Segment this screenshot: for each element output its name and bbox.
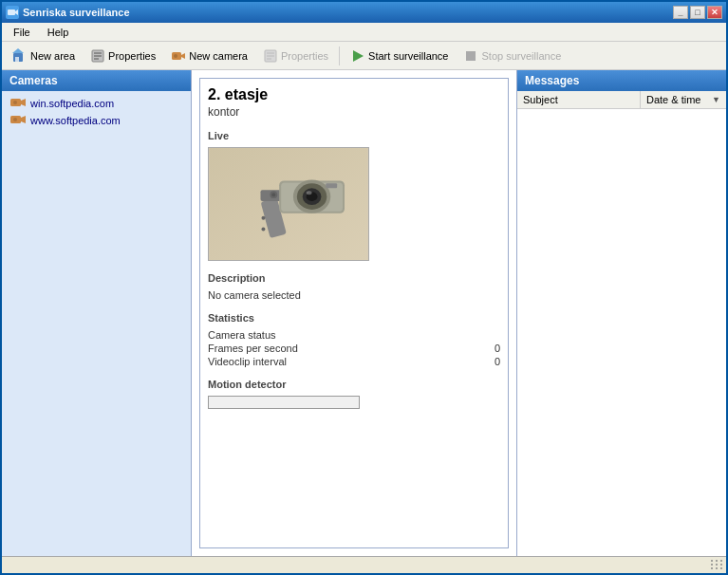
toolbar: New area Properties [2, 42, 726, 70]
statistics-section: Statistics Camera status Frames per seco… [208, 312, 500, 367]
cameras-panel: Cameras win.softpedia.com [2, 70, 192, 556]
description-label: Description [208, 272, 500, 284]
svg-marker-3 [12, 48, 24, 53]
camera-item-www[interactable]: www.softpedia.com [6, 112, 187, 129]
camera-image [209, 148, 368, 260]
menu-help[interactable]: Help [40, 25, 77, 40]
stat-camera-status-label: Camera status [208, 329, 276, 341]
description-text: No camera selected [208, 289, 500, 301]
motion-bar [208, 396, 360, 409]
col-date-sort-icon[interactable]: ▼ [712, 95, 720, 104]
camera-item-label-1: win.softpedia.com [30, 98, 114, 109]
stat-camera-status-value [481, 329, 500, 341]
svg-marker-22 [21, 116, 26, 123]
stat-fps-value: 0 [481, 343, 500, 354]
svg-rect-35 [326, 183, 337, 188]
svg-point-39 [261, 228, 265, 232]
svg-point-11 [174, 54, 177, 58]
center-panel: 2. etasje kontor Live [192, 70, 517, 556]
properties-camera-button[interactable]: Properties [256, 45, 335, 67]
properties-camera-label: Properties [281, 50, 328, 62]
svg-marker-10 [181, 53, 185, 59]
minimize-button[interactable]: _ [673, 6, 688, 19]
menu-file[interactable]: File [6, 25, 38, 40]
svg-rect-17 [466, 51, 476, 61]
stat-row-camera-status: Camera status [208, 329, 500, 341]
messages-table-header: Subject Date & time ▼ [517, 91, 726, 109]
location-subtitle: kontor [208, 105, 500, 119]
cameras-panel-header: Cameras [2, 70, 191, 91]
svg-point-20 [13, 101, 17, 104]
stat-row-videoclip: Videoclip interval 0 [208, 356, 500, 367]
motion-label: Motion detector [208, 379, 500, 390]
cameras-list: win.softpedia.com www.softpedia.com [2, 91, 191, 556]
stat-fps-label: Frames per second [208, 343, 298, 354]
stat-videoclip-value: 0 [481, 356, 500, 367]
stop-surveillance-button[interactable]: Stop surveillance [457, 45, 568, 67]
svg-marker-19 [21, 99, 26, 106]
start-icon [350, 48, 365, 64]
start-surveillance-label: Start surveillance [368, 50, 448, 62]
live-view [208, 147, 369, 261]
messages-content [517, 109, 726, 556]
window-title: Senriska surveillance [23, 7, 130, 18]
svg-point-37 [271, 193, 275, 196]
window-controls: _ □ ✕ [673, 6, 722, 19]
svg-rect-0 [8, 9, 15, 15]
close-button[interactable]: ✕ [707, 6, 722, 19]
col-date-label: Date & time [646, 94, 700, 105]
svg-point-23 [13, 118, 17, 121]
title-bar-left: Senriska surveillance [6, 6, 130, 19]
stat-row-fps: Frames per second 0 [208, 343, 500, 354]
properties-camera-icon [263, 48, 278, 64]
properties-area-button[interactable]: Properties [84, 45, 162, 67]
statistics-label: Statistics [208, 312, 500, 324]
location-title: 2. etasje [208, 86, 500, 103]
toolbar-separator [339, 46, 340, 65]
maximize-button[interactable]: □ [690, 6, 705, 19]
camera-item-label-2: www.softpedia.com [30, 115, 121, 126]
content-area: Cameras win.softpedia.com [2, 70, 726, 556]
resize-grip[interactable] [711, 560, 722, 571]
new-area-label: New area [30, 50, 75, 62]
stop-icon [463, 48, 478, 64]
properties-area-icon [90, 48, 105, 64]
start-surveillance-button[interactable]: Start surveillance [344, 45, 455, 67]
menu-bar: File Help [2, 23, 726, 42]
camera-item-icon-1 [9, 97, 27, 110]
svg-point-38 [261, 216, 265, 220]
svg-rect-4 [15, 57, 19, 62]
new-camera-button[interactable]: New camera [164, 45, 254, 67]
new-camera-label: New camera [189, 50, 248, 62]
live-label: Live [208, 130, 500, 141]
svg-marker-16 [353, 50, 364, 62]
svg-point-34 [307, 191, 312, 195]
status-bar [2, 556, 726, 573]
camera-item-win[interactable]: win.softpedia.com [6, 95, 187, 112]
col-date: Date & time ▼ [641, 91, 726, 108]
stat-videoclip-label: Videoclip interval [208, 356, 287, 367]
title-bar: Senriska surveillance _ □ ✕ [2, 2, 726, 23]
properties-area-label: Properties [108, 50, 156, 62]
svg-marker-1 [15, 9, 18, 15]
new-area-button[interactable]: New area [6, 45, 82, 67]
messages-panel-header: Messages [517, 70, 726, 91]
center-panel-inner: 2. etasje kontor Live [199, 78, 509, 548]
new-area-icon [12, 48, 28, 64]
stop-surveillance-label: Stop surveillance [481, 50, 561, 62]
col-subject: Subject [517, 91, 641, 108]
messages-panel: Messages Subject Date & time ▼ [517, 70, 726, 556]
camera-item-icon-2 [9, 114, 27, 127]
app-icon [6, 6, 19, 19]
motion-section: Motion detector [208, 379, 500, 409]
description-section: Description No camera selected [208, 272, 500, 301]
new-camera-icon [171, 48, 186, 64]
main-window: Senriska surveillance _ □ ✕ File Help Ne… [0, 0, 728, 575]
